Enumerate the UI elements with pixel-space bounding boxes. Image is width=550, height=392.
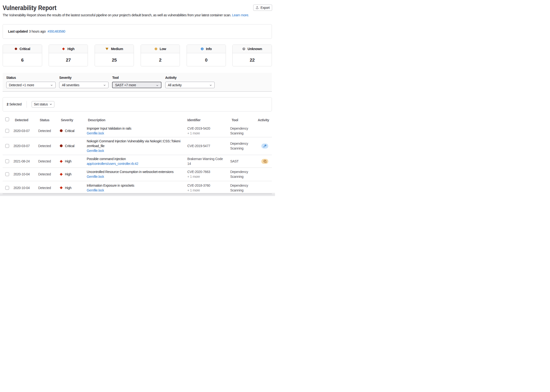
svg-text:?: ? (243, 48, 244, 50)
